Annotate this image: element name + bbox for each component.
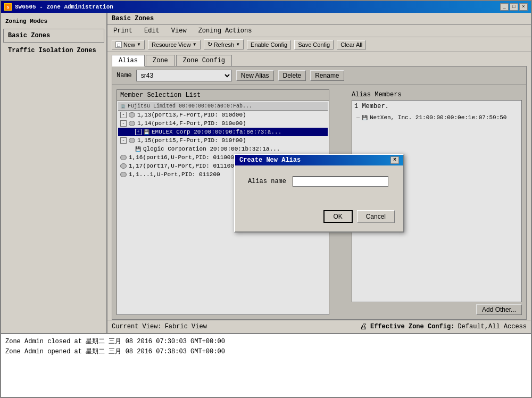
log-area: Zone Admin closed at 星期二 三月 08 2016 07:3… (1, 333, 531, 397)
tab-zone-config[interactable]: Zone Config (176, 55, 232, 67)
printer-icon: 🖨 (360, 322, 367, 331)
new-icon: □ (115, 42, 122, 48)
minimize-button[interactable]: _ (500, 3, 509, 11)
effective-zone-value: Default,All Access (458, 323, 527, 330)
dialog-ok-button[interactable]: OK (323, 210, 353, 223)
enable-config-button[interactable]: Enable Config (247, 40, 291, 49)
current-view-value: Fabric View (165, 323, 207, 330)
resource-view-arrow: ▼ (193, 42, 197, 47)
title-bar-left: S SW6505 - Zone Administration (4, 3, 113, 11)
refresh-label: Refresh (214, 42, 235, 48)
dialog-title: Create New Alias (239, 156, 301, 164)
alias-name-label: Alias name (248, 178, 286, 185)
create-new-alias-dialog: Create New Alias × Alias name O (234, 154, 404, 233)
sidebar: Zoning Modes Basic Zones Traffic Isolati… (1, 13, 107, 333)
status-right: 🖨 Effective Zone Config: Default,All Acc… (360, 322, 527, 331)
log-entry-0: Zone Admin closed at 星期二 三月 08 2016 07:3… (5, 336, 527, 346)
title-bar-controls: _ □ × (500, 3, 528, 11)
log-entry-1: Zone Admin opened at 星期二 三月 08 2016 07:3… (5, 346, 527, 356)
resource-view-label: Resource View (152, 42, 191, 48)
menu-print[interactable]: Print (112, 27, 134, 35)
dialog-row: Alias name (248, 176, 390, 187)
maximize-button[interactable]: □ (510, 3, 518, 11)
new-dropdown-arrow: ▼ (137, 42, 141, 47)
sidebar-item-basic-zones[interactable]: Basic Zones (3, 29, 104, 43)
alias-name-input[interactable] (293, 176, 388, 187)
tab-zone[interactable]: Zone (146, 55, 175, 67)
main-window: S SW6505 - Zone Administration _ □ × Zon… (0, 0, 532, 398)
refresh-button[interactable]: ↻ Refresh ▼ (204, 39, 244, 49)
window-title: SW6505 - Zone Administration (15, 4, 113, 10)
dialog-title-bar: Create New Alias × (235, 155, 403, 165)
save-config-button[interactable]: Save Config (294, 40, 334, 49)
effective-zone-label: Effective Zone Config: (370, 323, 454, 330)
dialog-close-button[interactable]: × (390, 156, 399, 164)
status-bar: Current View: Fabric View 🖨 Effective Zo… (107, 320, 531, 333)
menu-zoning-actions[interactable]: Zoning Actions (197, 27, 254, 35)
sidebar-item-traffic-isolation[interactable]: Traffic Isolation Zones (3, 44, 104, 57)
dialog-cancel-button[interactable]: Cancel (357, 210, 395, 223)
main-panel: Basic Zones Print Edit View Zoning Actio… (107, 13, 531, 333)
tab-alias-label: Alias (119, 57, 138, 64)
menu-bar: Print Edit View Zoning Actions (107, 25, 531, 37)
title-bar: S SW6505 - Zone Administration _ □ × (1, 1, 531, 13)
toolbar: □ New ▼ Resource View ▼ ↻ Refresh ▼ Enab… (107, 37, 531, 52)
tab-zone-label: Zone (153, 57, 168, 64)
content-area: Zoning Modes Basic Zones Traffic Isolati… (1, 13, 531, 333)
app-icon: S (4, 3, 12, 11)
resource-view-button[interactable]: Resource View ▼ (148, 40, 201, 49)
save-config-label: Save Config (298, 42, 330, 48)
panel-title: Basic Zones (107, 13, 531, 25)
dialog-buttons: OK Cancel (235, 206, 403, 231)
tab-zone-config-label: Zone Config (183, 57, 225, 64)
sidebar-item-traffic-isolation-label: Traffic Isolation Zones (8, 47, 96, 54)
tab-alias[interactable]: Alias (112, 55, 145, 67)
refresh-arrow: ▼ (236, 42, 240, 47)
clear-all-label: Clear All (340, 42, 362, 48)
enable-config-label: Enable Config (251, 42, 287, 48)
sidebar-section-label: Zoning Modes (3, 17, 104, 26)
close-button[interactable]: × (519, 3, 528, 11)
tab-content: Name sr43 New Alias Delete Rename Member… (112, 66, 527, 320)
new-button[interactable]: □ New ▼ (112, 40, 145, 49)
refresh-icon: ↻ (207, 41, 212, 48)
tab-bar: Alias Zone Zone Config (107, 52, 531, 66)
current-view-label: Current View: (112, 323, 162, 330)
menu-edit[interactable]: Edit (143, 27, 161, 35)
new-button-label: New (123, 42, 135, 48)
menu-view[interactable]: View (170, 27, 188, 35)
sidebar-item-basic-zones-label: Basic Zones (8, 32, 50, 39)
clear-all-button[interactable]: Clear All (337, 40, 366, 49)
modal-overlay: Create New Alias × Alias name O (112, 67, 526, 319)
status-left: Current View: Fabric View (112, 323, 207, 330)
dialog-content: Alias name (235, 165, 403, 206)
